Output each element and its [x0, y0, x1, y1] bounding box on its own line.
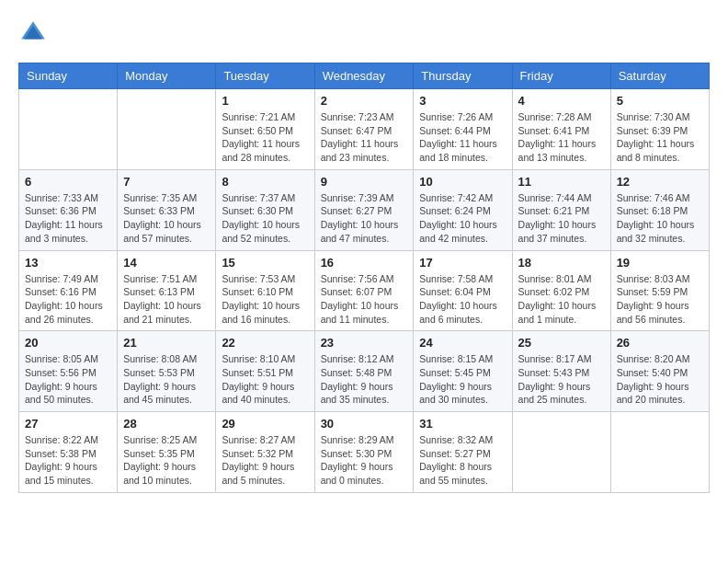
- day-number: 20: [25, 336, 111, 350]
- day-number: 6: [25, 175, 111, 189]
- day-number: 5: [617, 94, 703, 108]
- day-info: Sunrise: 7:51 AMSunset: 6:13 PMDaylight:…: [123, 272, 210, 327]
- day-info: Sunrise: 7:33 AMSunset: 6:36 PMDaylight:…: [25, 191, 111, 246]
- column-header-saturday: Saturday: [610, 63, 709, 89]
- calendar-cell: 8Sunrise: 7:37 AMSunset: 6:30 PMDaylight…: [216, 169, 314, 250]
- calendar-cell: 17Sunrise: 7:58 AMSunset: 6:04 PMDayligh…: [414, 250, 512, 331]
- day-info: Sunrise: 7:26 AMSunset: 6:44 PMDaylight:…: [419, 110, 506, 165]
- day-number: 14: [123, 256, 210, 270]
- calendar-cell: 2Sunrise: 7:23 AMSunset: 6:47 PMDaylight…: [314, 89, 414, 170]
- calendar-cell: 27Sunrise: 8:22 AMSunset: 5:38 PMDayligh…: [19, 412, 118, 493]
- day-number: 4: [518, 94, 605, 108]
- day-number: 2: [321, 94, 408, 108]
- day-number: 24: [419, 336, 506, 350]
- day-number: 27: [25, 417, 111, 431]
- day-number: 29: [222, 417, 308, 431]
- calendar-cell: 21Sunrise: 8:08 AMSunset: 5:53 PMDayligh…: [118, 331, 216, 412]
- calendar-week-4: 20Sunrise: 8:05 AMSunset: 5:56 PMDayligh…: [19, 331, 710, 412]
- day-number: 13: [25, 256, 111, 270]
- column-header-friday: Friday: [512, 63, 610, 89]
- day-number: 23: [321, 336, 408, 350]
- calendar-cell: 15Sunrise: 7:53 AMSunset: 6:10 PMDayligh…: [216, 250, 314, 331]
- calendar-body: 1Sunrise: 7:21 AMSunset: 6:50 PMDaylight…: [19, 89, 710, 493]
- day-info: Sunrise: 8:32 AMSunset: 5:27 PMDaylight:…: [419, 433, 506, 488]
- day-info: Sunrise: 7:23 AMSunset: 6:47 PMDaylight:…: [321, 110, 408, 165]
- day-number: 18: [518, 256, 605, 270]
- calendar-cell: 4Sunrise: 7:28 AMSunset: 6:41 PMDaylight…: [512, 89, 610, 170]
- calendar-cell: 12Sunrise: 7:46 AMSunset: 6:18 PMDayligh…: [610, 169, 709, 250]
- column-header-thursday: Thursday: [414, 63, 512, 89]
- day-info: Sunrise: 7:39 AMSunset: 6:27 PMDaylight:…: [321, 191, 408, 246]
- day-number: 25: [518, 336, 605, 350]
- day-number: 12: [617, 175, 703, 189]
- calendar-cell: 22Sunrise: 8:10 AMSunset: 5:51 PMDayligh…: [216, 331, 314, 412]
- calendar-table: SundayMondayTuesdayWednesdayThursdayFrid…: [18, 63, 710, 493]
- day-number: 19: [617, 256, 703, 270]
- day-info: Sunrise: 8:10 AMSunset: 5:51 PMDaylight:…: [222, 352, 308, 407]
- day-number: 7: [123, 175, 210, 189]
- day-number: 15: [222, 256, 308, 270]
- day-info: Sunrise: 8:12 AMSunset: 5:48 PMDaylight:…: [321, 352, 408, 407]
- calendar-cell: 6Sunrise: 7:33 AMSunset: 6:36 PMDaylight…: [19, 169, 118, 250]
- calendar-cell: 1Sunrise: 7:21 AMSunset: 6:50 PMDaylight…: [216, 89, 314, 170]
- calendar-cell: 10Sunrise: 7:42 AMSunset: 6:24 PMDayligh…: [414, 169, 512, 250]
- column-header-tuesday: Tuesday: [216, 63, 314, 89]
- day-info: Sunrise: 7:28 AMSunset: 6:41 PMDaylight:…: [518, 110, 605, 165]
- calendar-cell: 31Sunrise: 8:32 AMSunset: 5:27 PMDayligh…: [414, 412, 512, 493]
- day-number: 1: [222, 94, 308, 108]
- calendar-cell: [118, 89, 216, 170]
- calendar-cell: 24Sunrise: 8:15 AMSunset: 5:45 PMDayligh…: [414, 331, 512, 412]
- day-info: Sunrise: 8:05 AMSunset: 5:56 PMDaylight:…: [25, 352, 111, 407]
- day-info: Sunrise: 8:20 AMSunset: 5:40 PMDaylight:…: [617, 352, 703, 407]
- day-info: Sunrise: 7:37 AMSunset: 6:30 PMDaylight:…: [222, 191, 308, 246]
- calendar-cell: 3Sunrise: 7:26 AMSunset: 6:44 PMDaylight…: [414, 89, 512, 170]
- day-info: Sunrise: 7:49 AMSunset: 6:16 PMDaylight:…: [25, 272, 111, 327]
- column-header-monday: Monday: [118, 63, 216, 89]
- calendar-cell: 19Sunrise: 8:03 AMSunset: 5:59 PMDayligh…: [610, 250, 709, 331]
- calendar-cell: [512, 412, 610, 493]
- day-info: Sunrise: 8:08 AMSunset: 5:53 PMDaylight:…: [123, 352, 210, 407]
- calendar-cell: 16Sunrise: 7:56 AMSunset: 6:07 PMDayligh…: [314, 250, 414, 331]
- day-info: Sunrise: 8:22 AMSunset: 5:38 PMDaylight:…: [25, 433, 111, 488]
- day-number: 11: [518, 175, 605, 189]
- day-info: Sunrise: 8:01 AMSunset: 6:02 PMDaylight:…: [518, 272, 605, 327]
- column-header-sunday: Sunday: [19, 63, 118, 89]
- day-info: Sunrise: 7:58 AMSunset: 6:04 PMDaylight:…: [419, 272, 506, 327]
- calendar-cell: 20Sunrise: 8:05 AMSunset: 5:56 PMDayligh…: [19, 331, 118, 412]
- calendar-week-5: 27Sunrise: 8:22 AMSunset: 5:38 PMDayligh…: [19, 412, 710, 493]
- calendar-cell: 25Sunrise: 8:17 AMSunset: 5:43 PMDayligh…: [512, 331, 610, 412]
- calendar-week-3: 13Sunrise: 7:49 AMSunset: 6:16 PMDayligh…: [19, 250, 710, 331]
- day-number: 10: [419, 175, 506, 189]
- day-info: Sunrise: 7:56 AMSunset: 6:07 PMDaylight:…: [321, 272, 408, 327]
- day-info: Sunrise: 8:17 AMSunset: 5:43 PMDaylight:…: [518, 352, 605, 407]
- calendar-cell: 11Sunrise: 7:44 AMSunset: 6:21 PMDayligh…: [512, 169, 610, 250]
- day-number: 16: [321, 256, 408, 270]
- day-info: Sunrise: 8:29 AMSunset: 5:30 PMDaylight:…: [321, 433, 408, 488]
- calendar-cell: 26Sunrise: 8:20 AMSunset: 5:40 PMDayligh…: [610, 331, 709, 412]
- day-info: Sunrise: 7:35 AMSunset: 6:33 PMDaylight:…: [123, 191, 210, 246]
- day-info: Sunrise: 7:44 AMSunset: 6:21 PMDaylight:…: [518, 191, 605, 246]
- day-number: 17: [419, 256, 506, 270]
- calendar-week-2: 6Sunrise: 7:33 AMSunset: 6:36 PMDaylight…: [19, 169, 710, 250]
- logo-icon: [18, 18, 48, 48]
- day-info: Sunrise: 7:30 AMSunset: 6:39 PMDaylight:…: [617, 110, 703, 165]
- column-header-wednesday: Wednesday: [314, 63, 414, 89]
- day-number: 9: [321, 175, 408, 189]
- day-number: 30: [321, 417, 408, 431]
- day-info: Sunrise: 8:03 AMSunset: 5:59 PMDaylight:…: [617, 272, 703, 327]
- day-info: Sunrise: 7:21 AMSunset: 6:50 PMDaylight:…: [222, 110, 308, 165]
- calendar-cell: 9Sunrise: 7:39 AMSunset: 6:27 PMDaylight…: [314, 169, 414, 250]
- page-header: [18, 18, 710, 48]
- calendar-cell: 28Sunrise: 8:25 AMSunset: 5:35 PMDayligh…: [118, 412, 216, 493]
- day-number: 3: [419, 94, 506, 108]
- day-number: 8: [222, 175, 308, 189]
- calendar-cell: 13Sunrise: 7:49 AMSunset: 6:16 PMDayligh…: [19, 250, 118, 331]
- logo: [18, 18, 51, 48]
- calendar-cell: [19, 89, 118, 170]
- day-info: Sunrise: 7:42 AMSunset: 6:24 PMDaylight:…: [419, 191, 506, 246]
- calendar-cell: 23Sunrise: 8:12 AMSunset: 5:48 PMDayligh…: [314, 331, 414, 412]
- day-info: Sunrise: 8:15 AMSunset: 5:45 PMDaylight:…: [419, 352, 506, 407]
- day-info: Sunrise: 8:27 AMSunset: 5:32 PMDaylight:…: [222, 433, 308, 488]
- calendar-cell: 14Sunrise: 7:51 AMSunset: 6:13 PMDayligh…: [118, 250, 216, 331]
- day-info: Sunrise: 7:53 AMSunset: 6:10 PMDaylight:…: [222, 272, 308, 327]
